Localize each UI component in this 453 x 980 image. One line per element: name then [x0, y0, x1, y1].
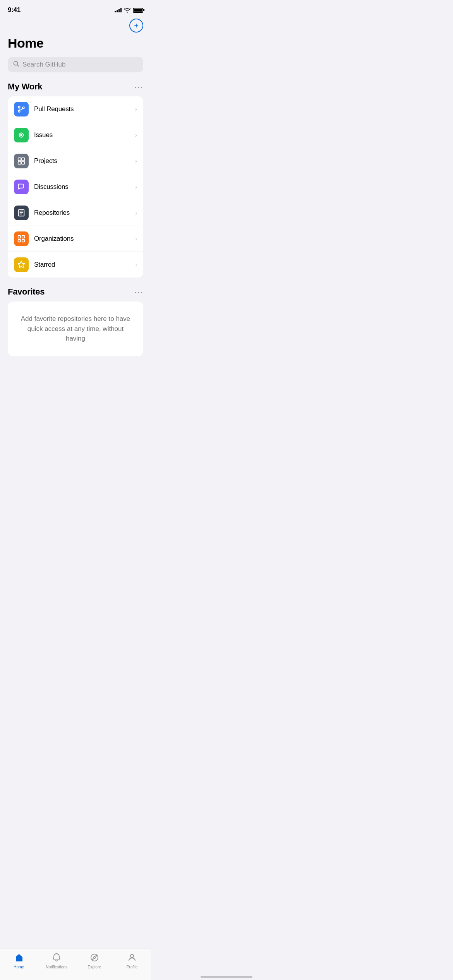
- svg-rect-7: [22, 158, 24, 161]
- my-work-title: My Work: [8, 82, 42, 92]
- discussions-item[interactable]: Discussions ›: [8, 174, 143, 200]
- search-placeholder: Search GitHub: [22, 61, 66, 69]
- issues-icon: [14, 128, 29, 142]
- search-bar[interactable]: Search GitHub: [8, 57, 143, 72]
- issues-label: Issues: [34, 131, 130, 139]
- projects-icon: [14, 154, 29, 168]
- issues-chevron: ›: [135, 132, 137, 139]
- page-title: Home: [8, 36, 143, 51]
- organizations-item[interactable]: Organizations ›: [8, 226, 143, 252]
- svg-rect-11: [18, 236, 21, 238]
- search-icon: [13, 61, 19, 69]
- discussions-icon: [14, 180, 29, 194]
- repositories-label: Repositories: [34, 209, 130, 217]
- add-button[interactable]: +: [129, 19, 143, 33]
- svg-rect-6: [18, 158, 21, 161]
- status-bar: 9:41: [0, 0, 151, 17]
- pull-requests-chevron: ›: [135, 106, 137, 113]
- svg-rect-13: [18, 240, 21, 242]
- starred-label: Starred: [34, 261, 130, 269]
- favorites-placeholder-text: Add favorite repositories here to have q…: [17, 314, 134, 344]
- my-work-list: Pull Requests › Issues ›: [8, 96, 143, 278]
- organizations-icon: [14, 231, 29, 246]
- favorites-header: Favorites ···: [8, 287, 143, 297]
- status-time: 9:41: [8, 6, 21, 14]
- signal-icon: [115, 8, 122, 12]
- starred-item[interactable]: Starred ›: [8, 252, 143, 278]
- favorites-section: Favorites ··· Add favorite repositories …: [0, 287, 151, 365]
- discussions-label: Discussions: [34, 183, 130, 191]
- svg-rect-9: [22, 161, 24, 164]
- svg-rect-14: [22, 240, 24, 242]
- organizations-chevron: ›: [135, 235, 137, 242]
- favorites-card: Add favorite repositories here to have q…: [8, 302, 143, 356]
- projects-item[interactable]: Projects ›: [8, 148, 143, 174]
- starred-icon: [14, 257, 29, 272]
- svg-rect-8: [18, 161, 21, 164]
- pull-requests-item[interactable]: Pull Requests ›: [8, 96, 143, 122]
- pull-requests-label: Pull Requests: [34, 105, 130, 113]
- discussions-chevron: ›: [135, 183, 137, 190]
- my-work-header: My Work ···: [8, 82, 143, 92]
- repositories-chevron: ›: [135, 209, 137, 216]
- header: +: [0, 17, 151, 34]
- favorites-title: Favorites: [8, 287, 45, 297]
- starred-chevron: ›: [135, 261, 137, 268]
- search-container[interactable]: Search GitHub: [0, 57, 151, 82]
- my-work-more-button[interactable]: ···: [134, 83, 143, 91]
- favorites-more-button[interactable]: ···: [134, 288, 143, 296]
- my-work-section: My Work ··· Pull Requests ›: [0, 82, 151, 287]
- wifi-icon: [124, 8, 130, 13]
- pull-requests-icon: [14, 102, 29, 117]
- page-title-section: Home: [0, 34, 151, 57]
- battery-icon: [133, 8, 143, 13]
- organizations-label: Organizations: [34, 235, 130, 243]
- repositories-icon: [14, 206, 29, 220]
- svg-rect-12: [22, 236, 24, 238]
- issues-item[interactable]: Issues ›: [8, 122, 143, 148]
- status-icons: [115, 8, 143, 13]
- projects-label: Projects: [34, 157, 130, 165]
- svg-point-5: [21, 134, 22, 136]
- repositories-item[interactable]: Repositories ›: [8, 200, 143, 226]
- projects-chevron: ›: [135, 158, 137, 164]
